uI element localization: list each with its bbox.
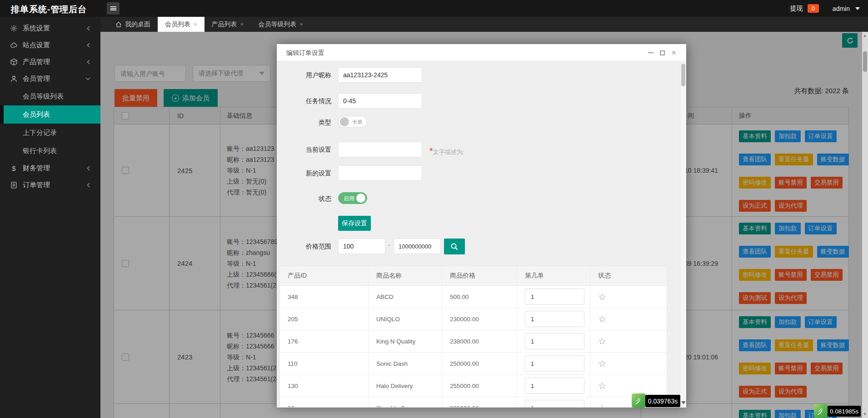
sidebar-item-label: 会员管理 <box>23 75 50 83</box>
sidebar-item-order[interactable]: 订单管理 <box>0 177 100 194</box>
sidebar-item-dollar[interactable]: $财务管理 <box>0 160 100 177</box>
tab-close-icon[interactable]: × <box>240 21 244 28</box>
product-price-cell: 250000.00 <box>442 353 517 374</box>
status-toggle-label: 启用 <box>344 195 354 203</box>
sidebar-item-label: 站点设置 <box>23 41 50 50</box>
gear-icon <box>10 25 18 33</box>
status-toggle[interactable]: 启用 <box>338 192 367 204</box>
modal-scroll-down-icon[interactable] <box>681 401 686 404</box>
star-icon[interactable]: ☆ <box>598 380 606 391</box>
thinkphp-trace-icon[interactable] <box>632 393 645 408</box>
scroll-up-arrow-icon[interactable]: ▲ <box>863 34 867 38</box>
sidebar-item-label: 系统设置 <box>23 24 50 33</box>
product-row: 348ABCD500.00☆ <box>280 286 667 308</box>
order-number-input[interactable] <box>525 355 584 372</box>
product-id-cell: 20 <box>280 397 369 408</box>
star-icon[interactable]: ☆ <box>598 291 606 302</box>
star-icon[interactable]: ☆ <box>598 358 606 369</box>
withdraw-link[interactable]: 提现 <box>790 5 803 13</box>
save-settings-button[interactable]: 保存设置 <box>338 216 371 231</box>
current-setting-input[interactable] <box>338 142 422 157</box>
sidebar-item-box[interactable]: 产品管理 <box>0 54 100 70</box>
sidebar-item-cloud[interactable]: 站点设置 <box>0 37 100 54</box>
product-name-cell: ABCD <box>369 286 442 308</box>
tab-label: 会员等级列表 <box>258 20 296 29</box>
type-toggle[interactable]: 卡单 <box>338 116 367 128</box>
maximize-icon[interactable] <box>660 50 665 55</box>
product-header-3: 第几单 <box>517 266 590 285</box>
nickname-input[interactable] <box>338 67 422 83</box>
product-status-cell: ☆ <box>590 308 667 330</box>
user-icon <box>10 75 18 83</box>
star-icon[interactable]: ☆ <box>598 336 606 347</box>
tab-close-icon[interactable]: × <box>299 21 303 28</box>
product-order-cell <box>517 286 590 308</box>
tab-item-2[interactable]: 产品列表× <box>205 17 251 32</box>
cloud-icon <box>10 41 18 50</box>
product-price-cell: 325000.00 <box>442 397 517 408</box>
product-order-cell <box>517 397 590 408</box>
task-input[interactable] <box>338 93 422 109</box>
modal-load-time-badge: 0.039763s <box>645 395 680 407</box>
order-number-input[interactable] <box>525 289 584 305</box>
new-setting-input[interactable] <box>338 165 422 181</box>
product-status-cell: ☆ <box>590 353 667 374</box>
tab-item-1[interactable]: 会员列表× <box>158 17 205 32</box>
price-max-input[interactable] <box>394 239 441 254</box>
product-header-2: 商品价格 <box>442 266 517 285</box>
price-range-label: 价格范围 <box>277 243 331 251</box>
sidebar-subitem[interactable]: 银行卡列表 <box>0 142 100 160</box>
modal-header: 编辑订单设置 × <box>277 44 686 61</box>
price-search-button[interactable] <box>444 239 465 254</box>
sidebar-subitem-label: 银行卡列表 <box>23 147 57 155</box>
tab-close-icon[interactable]: × <box>194 21 197 28</box>
tab-label: 我的桌面 <box>125 20 150 29</box>
modal-scrollbar-thumb[interactable] <box>681 64 685 86</box>
minimize-icon[interactable] <box>648 52 653 53</box>
product-name-cell: King N Quality <box>369 330 442 352</box>
price-min-input[interactable] <box>338 239 385 254</box>
tab-item-3[interactable]: 会员等级列表× <box>251 17 310 32</box>
product-status-cell: ☆ <box>590 375 667 397</box>
sidebar-item-gear[interactable]: 系统设置 <box>0 20 100 37</box>
nickname-label: 用户昵称 <box>277 71 331 80</box>
product-row: 130Halo Delivery255000.00☆ <box>280 375 667 397</box>
sidebar-subitem[interactable]: 会员列表 <box>0 105 100 124</box>
star-icon[interactable]: ☆ <box>598 314 606 324</box>
product-order-cell <box>517 330 590 352</box>
chevron-down-icon <box>85 77 90 81</box>
order-number-input[interactable] <box>525 378 584 394</box>
product-price-cell: 255000.00 <box>442 375 517 397</box>
sidebar-subitem[interactable]: 会员等级列表 <box>0 87 100 105</box>
product-id-cell: 176 <box>280 330 369 352</box>
close-icon[interactable]: × <box>671 49 676 57</box>
order-icon <box>10 181 18 189</box>
modal-title: 编辑订单设置 <box>286 49 324 57</box>
product-name-cell: Stumble Guys <box>369 397 442 408</box>
order-number-input[interactable] <box>525 333 584 349</box>
thinkphp-trace-icon[interactable] <box>814 404 828 418</box>
search-icon <box>450 243 459 251</box>
product-name-cell: Halo Delivery <box>369 375 442 397</box>
product-status-cell: ☆ <box>590 286 667 308</box>
edit-order-settings-modal: 编辑订单设置 × 用户昵称 任务情况 类型 卡单 当前设置 *文字描述为: 新的… <box>277 44 686 408</box>
page-scrollbar[interactable]: ▲ ▼ <box>862 32 868 418</box>
product-header-0: 产品ID <box>280 266 369 285</box>
sidebar-item-user[interactable]: 会员管理 <box>0 70 100 87</box>
new-setting-label: 新的设置 <box>277 169 331 178</box>
hamburger-menu-button[interactable] <box>107 2 120 15</box>
order-number-input[interactable] <box>525 400 584 408</box>
modal-scrollbar[interactable] <box>680 61 686 408</box>
sidebar-menu: 系统设置站点设置产品管理会员管理会员等级列表会员列表上下分记录银行卡列表$财务管… <box>0 17 100 418</box>
withdraw-count-badge[interactable]: 0 <box>808 4 819 13</box>
order-number-input[interactable] <box>525 311 584 327</box>
page-scrollbar-thumb[interactable] <box>863 51 867 72</box>
scroll-down-arrow-icon[interactable]: ▼ <box>863 412 867 416</box>
product-row: 110Sonic Dash250000.00☆ <box>280 353 667 375</box>
admin-user-menu[interactable]: admin <box>833 5 850 12</box>
star-icon[interactable]: ☆ <box>598 403 606 408</box>
box-icon <box>10 58 18 66</box>
sidebar-subitem-label: 上下分记录 <box>23 129 57 137</box>
tab-desktop[interactable]: 我的桌面 <box>108 17 158 32</box>
sidebar-subitem[interactable]: 上下分记录 <box>0 124 100 142</box>
